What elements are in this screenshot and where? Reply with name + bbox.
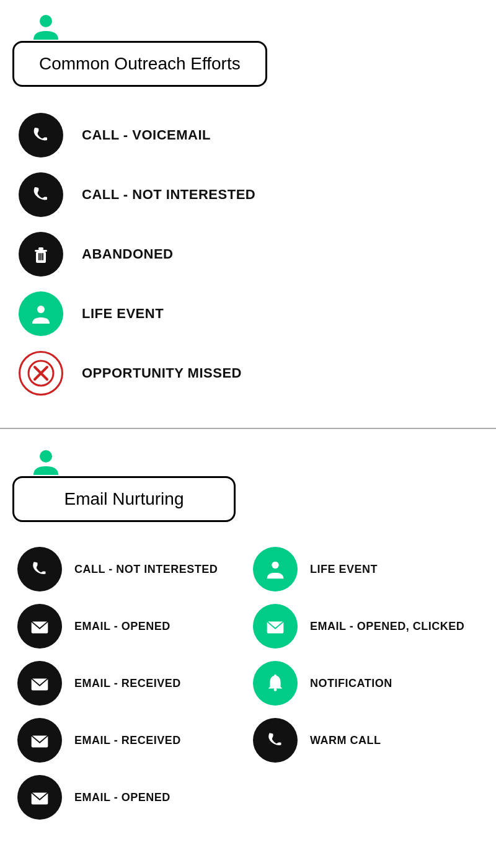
- label-not-interested-2: CALL - NOT INTERESTED: [74, 563, 218, 576]
- section2-items-grid: CALL - NOT INTERESTED EMAIL - OPENED: [12, 541, 484, 826]
- svg-point-11: [40, 450, 52, 463]
- person-icon-life-event-1: [19, 291, 63, 336]
- person-icon-section1: [31, 12, 61, 42]
- section1-items-list: CALL - VOICEMAIL CALL - NOT INTERESTED: [12, 105, 484, 403]
- label-life-event-2: LIFE EVENT: [310, 563, 378, 576]
- item-warm-call: WARM CALL: [248, 712, 484, 769]
- svg-rect-3: [38, 247, 43, 250]
- svg-point-0: [40, 15, 52, 27]
- label-opportunity-missed: OPPORTUNITY MISSED: [82, 365, 242, 381]
- xmark-icon-opportunity: [19, 351, 63, 396]
- svg-point-18: [274, 688, 277, 691]
- item-not-interested-2: CALL - NOT INTERESTED: [12, 541, 248, 598]
- phone-icon-not-interested-1: [19, 172, 63, 217]
- item-email-received-1: EMAIL - RECEIVED: [12, 655, 248, 712]
- item-email-opened-1: EMAIL - OPENED: [12, 598, 248, 655]
- svg-point-16: [272, 562, 278, 569]
- item-voicemail: CALL - VOICEMAIL: [12, 105, 484, 165]
- phone-icon-not-interested-2: [17, 547, 62, 591]
- svg-rect-6: [42, 253, 43, 260]
- person-icon-section2: [31, 448, 61, 477]
- label-email-received-2: EMAIL - RECEIVED: [74, 734, 181, 747]
- label-voicemail: CALL - VOICEMAIL: [82, 127, 211, 143]
- email-icon-received-1: [17, 661, 62, 706]
- section2-left-column: CALL - NOT INTERESTED EMAIL - OPENED: [12, 541, 248, 826]
- email-icon-opened-clicked: [253, 604, 298, 649]
- item-email-opened-2: EMAIL - OPENED: [12, 769, 248, 826]
- label-email-opened-1: EMAIL - OPENED: [74, 620, 170, 633]
- item-email-received-2: EMAIL - RECEIVED: [12, 712, 248, 769]
- phone-icon-voicemail: [19, 113, 63, 157]
- label-notification: NOTIFICATION: [310, 677, 392, 690]
- section-email-nurturing: Email Nurturing CALL - NOT INTERESTED: [0, 435, 496, 844]
- label-email-received-1: EMAIL - RECEIVED: [74, 677, 181, 690]
- svg-point-19: [274, 675, 277, 677]
- item-email-opened-clicked: EMAIL - OPENED, CLICKED: [248, 598, 484, 655]
- section1-header: Common Outreach Efforts: [12, 12, 267, 87]
- item-not-interested-1: CALL - NOT INTERESTED: [12, 165, 484, 224]
- label-email-opened-clicked: EMAIL - OPENED, CLICKED: [310, 620, 464, 633]
- bell-icon-notification: [253, 661, 298, 706]
- section-common-outreach: Common Outreach Efforts CALL - VOICEMAIL…: [0, 0, 496, 422]
- svg-rect-2: [35, 250, 47, 252]
- item-abandoned: ABANDONED: [12, 224, 484, 284]
- label-abandoned: ABANDONED: [82, 246, 174, 262]
- label-not-interested-1: CALL - NOT INTERESTED: [82, 187, 255, 203]
- section-divider: [0, 428, 496, 429]
- item-life-event-2: LIFE EVENT: [248, 541, 484, 598]
- item-opportunity-missed: OPPORTUNITY MISSED: [12, 343, 484, 403]
- svg-point-7: [37, 306, 45, 313]
- section2-header: Email Nurturing: [12, 448, 236, 522]
- trash-icon-abandoned: [19, 232, 63, 277]
- email-icon-received-2: [17, 718, 62, 763]
- svg-rect-4: [38, 253, 40, 260]
- item-notification: NOTIFICATION: [248, 655, 484, 712]
- email-icon-opened-2: [17, 775, 62, 820]
- section1-title: Common Outreach Efforts: [12, 41, 267, 87]
- section2-right-column: LIFE EVENT EMAIL - OPENED, CLICKED: [248, 541, 484, 826]
- label-life-event-1: LIFE EVENT: [82, 306, 164, 322]
- svg-rect-5: [40, 253, 42, 260]
- phone-icon-warm-call: [253, 718, 298, 763]
- email-icon-opened-1: [17, 604, 62, 649]
- section2-title: Email Nurturing: [12, 476, 236, 522]
- label-email-opened-2: EMAIL - OPENED: [74, 791, 170, 804]
- label-warm-call: WARM CALL: [310, 734, 381, 747]
- person-icon-life-event-2: [253, 547, 298, 591]
- item-life-event-1: LIFE EVENT: [12, 284, 484, 343]
